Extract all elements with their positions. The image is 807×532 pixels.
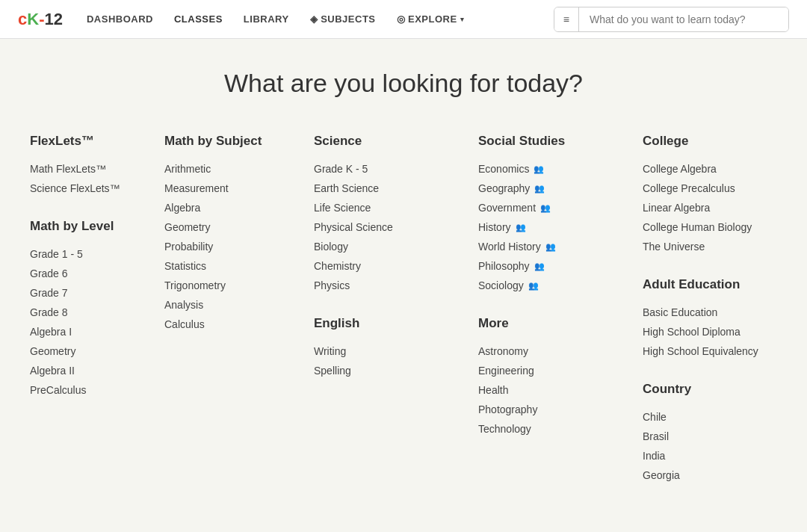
- menu-item[interactable]: Trigonometry: [164, 276, 299, 295]
- menu-item[interactable]: The Universe: [643, 237, 807, 256]
- menu-item[interactable]: Technology: [478, 419, 628, 439]
- menu-item[interactable]: Statistics: [164, 256, 299, 276]
- menu-item[interactable]: PreCalculus: [30, 380, 149, 400]
- people-icon: 👥: [528, 281, 539, 291]
- menu-item[interactable]: Biology: [314, 237, 463, 256]
- section-english: EnglishWritingSpelling: [314, 316, 463, 380]
- menu-grid: FlexLets™Math FlexLets™Science FlexLets™…: [30, 134, 777, 485]
- menu-item[interactable]: College Precalculus: [643, 179, 807, 198]
- col-title-math: Math by Subject: [164, 134, 299, 149]
- menu-col-social: Social StudiesEconomics👥Geography👥Govern…: [478, 134, 628, 439]
- menu-item[interactable]: Algebra: [164, 198, 299, 217]
- menu-item[interactable]: Geometry: [30, 341, 149, 361]
- menu-item[interactable]: Basic Education: [643, 303, 807, 322]
- people-icon: 👥: [534, 262, 545, 271]
- section-title: Math by Level: [30, 219, 149, 234]
- section-adult-education: Adult EducationBasic EducationHigh Schoo…: [643, 277, 807, 361]
- menu-item[interactable]: Measurement: [164, 179, 299, 198]
- main-nav: DASHBOARD CLASSES LIBRARY ◈ SUBJECTS ◎ E…: [87, 13, 464, 25]
- compass-icon: ◎: [397, 13, 406, 25]
- people-icon: 👥: [534, 184, 545, 194]
- people-icon: 👥: [545, 242, 556, 252]
- nav-dashboard[interactable]: DASHBOARD: [87, 13, 153, 25]
- menu-col-science: ScienceGrade K - 5Earth ScienceLife Scie…: [314, 134, 463, 380]
- logo-ck: c: [18, 10, 27, 29]
- filter-icon: ≡: [563, 13, 569, 25]
- menu-item[interactable]: Grade 8: [30, 303, 149, 322]
- section-title: More: [478, 316, 628, 331]
- menu-item[interactable]: History👥: [478, 217, 628, 237]
- section-country: CountryChileBrasilIndiaGeorgia: [643, 382, 807, 485]
- menu-item[interactable]: Spelling: [314, 361, 463, 380]
- menu-col-flexlets: FlexLets™Math FlexLets™Science FlexLets™…: [30, 134, 149, 400]
- menu-item[interactable]: Physics: [314, 276, 463, 295]
- menu-item[interactable]: Grade 6: [30, 264, 149, 283]
- col-title-flexlets: FlexLets™: [30, 134, 149, 149]
- menu-item[interactable]: Grade K - 5: [314, 159, 463, 179]
- nav-library[interactable]: LIBRARY: [244, 13, 289, 25]
- main-content: What are you looking for today? FlexLets…: [0, 39, 807, 515]
- col-title-college: College: [643, 134, 807, 149]
- nav-explore[interactable]: ◎ EXPLORE ▾: [397, 13, 465, 25]
- search-filter-button[interactable]: ≡: [554, 7, 579, 31]
- people-icon: 👥: [516, 223, 526, 232]
- menu-item[interactable]: Chile: [643, 407, 807, 427]
- menu-item[interactable]: Arithmetic: [164, 159, 299, 179]
- section-title: Country: [643, 382, 807, 397]
- nav-subjects[interactable]: ◈ SUBJECTS: [310, 13, 376, 25]
- logo-dash-sym: -: [39, 10, 44, 29]
- menu-item[interactable]: Algebra I: [30, 322, 149, 341]
- section-title: Adult Education: [643, 277, 807, 292]
- menu-item[interactable]: Philosophy👥: [478, 256, 628, 276]
- people-icon: 👥: [540, 203, 551, 213]
- menu-item[interactable]: Health: [478, 380, 628, 400]
- col-title-science: Science: [314, 134, 463, 149]
- menu-item[interactable]: Algebra II: [30, 361, 149, 380]
- menu-col-math: Math by SubjectArithmeticMeasurementAlge…: [164, 134, 299, 334]
- menu-item[interactable]: Grade 1 - 5: [30, 244, 149, 264]
- logo-k: K: [27, 10, 39, 29]
- menu-item[interactable]: Photography: [478, 400, 628, 419]
- nav-classes[interactable]: CLASSES: [174, 13, 223, 25]
- menu-item[interactable]: Earth Science: [314, 179, 463, 198]
- menu-item[interactable]: Astronomy: [478, 341, 628, 361]
- menu-item[interactable]: Life Science: [314, 198, 463, 217]
- menu-item[interactable]: Geography👥: [478, 179, 628, 198]
- menu-item[interactable]: Math FlexLets™: [30, 159, 149, 179]
- menu-item[interactable]: College Human Biology: [643, 217, 807, 237]
- menu-item[interactable]: Chemistry: [314, 256, 463, 276]
- menu-item[interactable]: Probability: [164, 237, 299, 256]
- menu-item[interactable]: Physical Science: [314, 217, 463, 237]
- search-input[interactable]: [579, 7, 788, 31]
- menu-item[interactable]: Government👥: [478, 198, 628, 217]
- menu-item[interactable]: Writing: [314, 341, 463, 361]
- section-title: English: [314, 316, 463, 331]
- chevron-down-icon: ▾: [460, 16, 465, 23]
- section-more: MoreAstronomyEngineeringHealthPhotograph…: [478, 316, 628, 439]
- menu-item[interactable]: Grade 7: [30, 283, 149, 303]
- menu-item[interactable]: Geometry: [164, 217, 299, 237]
- menu-item[interactable]: World History👥: [478, 237, 628, 256]
- menu-item[interactable]: High School Equivalency: [643, 341, 807, 361]
- menu-item[interactable]: High School Diploma: [643, 322, 807, 341]
- menu-item[interactable]: Calculus: [164, 315, 299, 334]
- menu-item[interactable]: Analysis: [164, 295, 299, 315]
- layers-icon: ◈: [310, 13, 318, 25]
- menu-item[interactable]: Economics👥: [478, 159, 628, 179]
- menu-item[interactable]: College Algebra: [643, 159, 807, 179]
- col-title-social: Social Studies: [478, 134, 628, 149]
- menu-item[interactable]: Sociology👥: [478, 276, 628, 295]
- search-area: ≡: [554, 7, 789, 32]
- menu-item[interactable]: Linear Algebra: [643, 198, 807, 217]
- page-title: What are you looking for today?: [30, 69, 777, 98]
- section-math-by-level: Math by LevelGrade 1 - 5Grade 6Grade 7Gr…: [30, 219, 149, 400]
- logo[interactable]: cK-12: [18, 10, 63, 29]
- menu-item[interactable]: Georgia: [643, 466, 807, 485]
- menu-item[interactable]: India: [643, 446, 807, 466]
- menu-item[interactable]: Brasil: [643, 427, 807, 446]
- menu-item[interactable]: Science FlexLets™: [30, 179, 149, 198]
- header: cK-12 DASHBOARD CLASSES LIBRARY ◈ SUBJEC…: [0, 0, 807, 39]
- logo-12: 12: [44, 10, 62, 29]
- people-icon: 👥: [534, 164, 544, 174]
- menu-item[interactable]: Engineering: [478, 361, 628, 380]
